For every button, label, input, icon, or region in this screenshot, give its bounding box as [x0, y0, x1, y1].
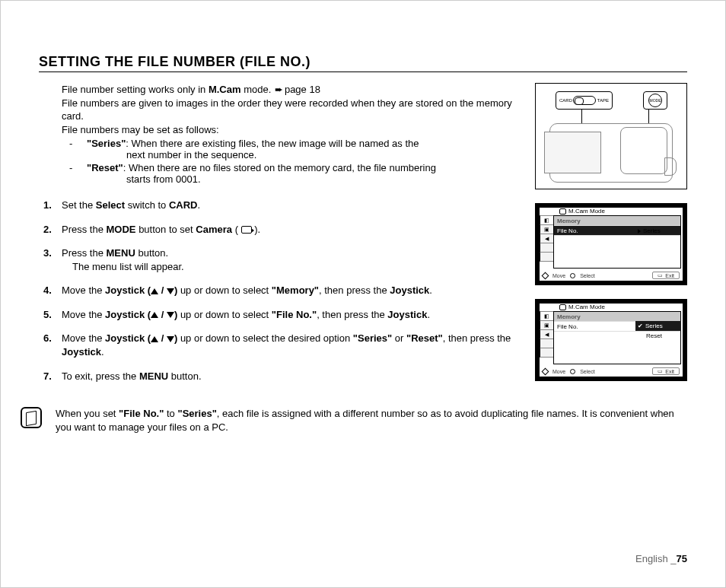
leader-line [581, 110, 582, 123]
intro-block: File number setting works only in M.Cam … [62, 83, 516, 185]
step-bold: Camera [196, 224, 232, 235]
option-name: "Series" [87, 138, 126, 149]
lcd-footer: Move Select ▭Exit [543, 271, 680, 280]
switch-label-tape: TAPE [597, 98, 609, 103]
note-icon [21, 407, 42, 428]
step-bold: / [158, 309, 167, 320]
step-bold: Joystick ( [105, 284, 151, 296]
value-label: Series [643, 227, 661, 234]
triangle-up-icon [151, 288, 158, 294]
option-desc: starts from 0001. [87, 173, 516, 185]
slider-icon [573, 96, 596, 105]
move-icon [542, 367, 549, 375]
step-bold: "Series" [353, 332, 392, 344]
lcd-mode-label: M.Cam Mode [556, 304, 608, 310]
step-text: Set the [62, 199, 96, 211]
intro-text: File numbers are given to images in the … [62, 97, 516, 123]
step-1: Set the Select switch to CARD. [43, 199, 516, 212]
step-text: . [429, 284, 432, 296]
step-text: up or down to select the desired option [177, 332, 353, 344]
step-bold: "File No." [272, 309, 317, 320]
step-subtext: The menu list will appear. [72, 260, 516, 274]
illustration-column: CARD TAPE MODE [535, 83, 687, 393]
option-series: - "Series": When there are existing file… [69, 138, 516, 161]
intro-text: mode. [241, 84, 274, 95]
option-reset: - "Reset": When there are no files store… [69, 162, 516, 185]
triangle-down-icon [167, 288, 174, 294]
page-ref: page 18 [285, 84, 320, 95]
footer-move: Move [552, 369, 565, 374]
step-bold: CARD [169, 199, 198, 211]
lcd-mode-label: M.Cam Mode [556, 208, 608, 215]
footer-select: Select [580, 369, 594, 374]
lcd-value-column: ✔ Series Reset [635, 321, 681, 341]
camera-icon [241, 226, 252, 234]
select-icon [570, 369, 575, 374]
value-series: Series [635, 226, 681, 236]
value-series: ✔ Series [635, 321, 681, 331]
triangle-down-icon [167, 336, 174, 342]
footer-exit: ▭Exit [652, 272, 680, 279]
move-icon [542, 272, 549, 279]
page-title: SETTING THE FILE NUMBER (FILE NO.) [39, 54, 687, 72]
lcd-side-tabs: ◧ ▣ ◀ [540, 215, 553, 261]
step-text: up or down to select [177, 309, 272, 320]
card-tape-switch: CARD TAPE [556, 91, 613, 110]
step-bold: Joystick ( [105, 332, 151, 344]
exit-label: Exit [665, 369, 674, 374]
bullet-dash: - [69, 138, 75, 161]
step-text: . [101, 346, 104, 358]
step-6: Move the Joystick ( / ) up or down to se… [43, 332, 516, 358]
check-icon: ✔ [638, 323, 643, 329]
camera-body [549, 123, 673, 183]
leader-line [648, 110, 649, 123]
step-text: , then press the [443, 332, 511, 344]
lcd-mode-text: M.Cam Mode [568, 208, 605, 215]
tab-icon [540, 252, 553, 262]
lcd-screenshot-2: M.Cam Mode ◧ ▣ ◀ Memory File No. [535, 299, 687, 381]
camera-lcd-icon [544, 132, 601, 173]
camera-icon [559, 208, 566, 215]
mode-button-label: MODE [648, 94, 662, 107]
switch-label-card: CARD [559, 98, 572, 103]
arrow-right-icon: ➨ [274, 83, 285, 97]
bullet-dash: - [69, 162, 75, 185]
note-bold: "File No." [119, 408, 164, 419]
step-bold: Joystick ( [105, 309, 151, 320]
lcd-side-tabs: ◧ ▣ ◀ [540, 311, 553, 357]
step-text: switch to [125, 199, 169, 211]
content-row: File number setting works only in M.Cam … [39, 83, 687, 393]
step-4: Move the Joystick ( / ) up or down to se… [43, 284, 516, 297]
step-text: . [197, 199, 200, 211]
options-list: - "Series": When there are existing file… [69, 138, 516, 185]
step-text: , then press the [317, 309, 387, 320]
lcd-value-column: Series [635, 226, 681, 236]
footer-select: Select [580, 273, 594, 278]
step-text: Press the [62, 247, 107, 259]
manual-page: SETTING THE FILE NUMBER (FILE NO.) File … [0, 0, 726, 588]
step-text: . [427, 309, 430, 320]
step-bold: MODE [107, 224, 136, 235]
step-text: Move the [62, 284, 105, 296]
intro-text: File number setting works only in [62, 84, 209, 95]
triangle-up-icon [151, 312, 158, 318]
lcd-mode-text: M.Cam Mode [568, 304, 605, 310]
step-text: or [392, 332, 406, 344]
option-desc: next number in the sequence. [87, 149, 516, 161]
footer-move: Move [552, 273, 565, 278]
value-label: Series [645, 323, 663, 329]
note-text: When you set "File No." to "Series", eac… [56, 407, 687, 434]
step-text: ( [232, 224, 241, 235]
step-text: up or down to select [177, 284, 272, 296]
menu-category: Memory [554, 216, 680, 226]
step-text: , then press the [319, 284, 390, 296]
note-part: to [164, 408, 177, 419]
page-footer: English _75 [635, 553, 687, 564]
camera-lens-icon [664, 157, 677, 176]
step-bold: Joystick [62, 346, 101, 358]
camera-illustration: CARD TAPE MODE [535, 83, 687, 189]
step-bold: / [158, 332, 167, 344]
step-5: Move the Joystick ( / ) up or down to se… [43, 308, 516, 322]
footer-lang: English _ [635, 553, 676, 564]
step-2: Press the MODE button to set Camera ( ). [43, 223, 516, 237]
